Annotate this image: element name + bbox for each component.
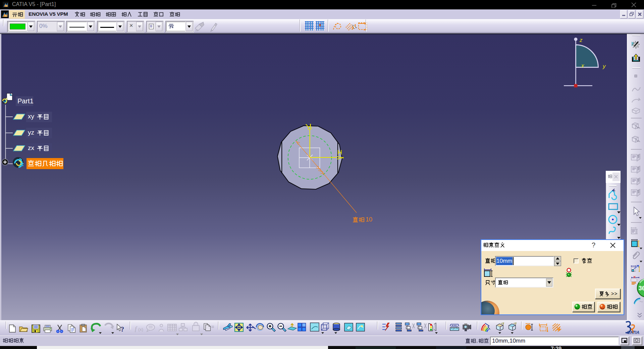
svg-text:f: f <box>135 325 138 332</box>
svg-text:z: z <box>579 37 583 43</box>
svg-text:CATIA: CATIA <box>627 330 639 335</box>
svg-text:y: y <box>602 63 606 69</box>
svg-text:(x): (x) <box>138 327 143 332</box>
svg-text:x: x <box>581 62 584 69</box>
svg-text:36: 36 <box>639 285 644 292</box>
svg-text:?: ? <box>121 326 124 333</box>
